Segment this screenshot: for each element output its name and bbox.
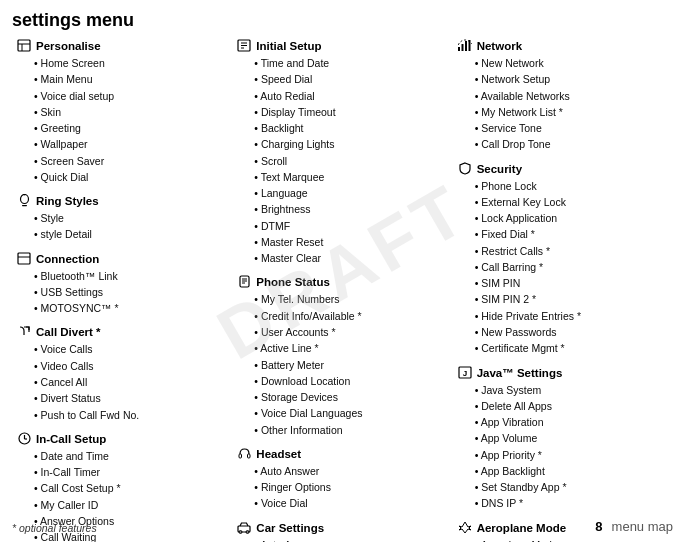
list-item: Delete All Apps — [475, 398, 669, 414]
section-items-aeroplane-mode: Aeroplane ModePrompt at Startup — [457, 537, 669, 542]
list-item: App Volume — [475, 430, 669, 446]
list-item: Style — [34, 210, 228, 226]
section-header-call-divert: Call Divert * — [16, 325, 228, 339]
section-connection: ConnectionBluetooth™ LinkUSB SettingsMOT… — [16, 252, 228, 317]
section-items-call-divert: Voice CallsVideo CallsCancel AllDivert S… — [16, 341, 228, 422]
list-item: Call Drop Tone — [475, 136, 669, 152]
section-items-headset: Auto AnswerRinger OptionsVoice Dial — [236, 463, 448, 512]
section-headset: HeadsetAuto AnswerRinger OptionsVoice Di… — [236, 447, 448, 512]
list-item: App Priority * — [475, 447, 669, 463]
section-header-personalise: Personalise — [16, 39, 228, 53]
section-header-connection: Connection — [16, 252, 228, 266]
section-title-in-call-setup: In-Call Setup — [36, 433, 106, 445]
list-item: Greeting — [34, 120, 228, 136]
section-title-headset: Headset — [256, 448, 301, 460]
list-item: Main Menu — [34, 71, 228, 87]
section-network: NetworkNew NetworkNetwork SetupAvailable… — [457, 39, 669, 153]
section-title-java-settings: Java™ Settings — [477, 367, 563, 379]
list-item: Voice Calls — [34, 341, 228, 357]
list-item: Ringer Options — [254, 479, 448, 495]
footnote: * optional features — [12, 522, 97, 534]
list-item: Fixed Dial * — [475, 226, 669, 242]
section-header-phone-status: Phone Status — [236, 275, 448, 289]
list-item: Java System — [475, 382, 669, 398]
security-icon — [457, 162, 473, 176]
section-items-security: Phone LockExternal Key LockLock Applicat… — [457, 178, 669, 357]
phonestatus-icon — [236, 275, 252, 289]
list-item: My Tel. Numbers — [254, 291, 448, 307]
list-item: Home Screen — [34, 55, 228, 71]
list-item: Lock Application — [475, 210, 669, 226]
page-number: 8 — [595, 519, 602, 534]
page-title: settings menu — [12, 10, 673, 31]
list-item: Wallpaper — [34, 136, 228, 152]
list-item: New Passwords — [475, 324, 669, 340]
list-item: Credit Info/Available * — [254, 308, 448, 324]
section-header-network: Network — [457, 39, 669, 53]
page: DRAFT settings menu PersonaliseHome Scre… — [0, 0, 685, 542]
list-item: Divert Status — [34, 390, 228, 406]
calldivert-icon — [16, 325, 32, 339]
section-header-java-settings: JJava™ Settings — [457, 366, 669, 380]
svg-point-3 — [20, 195, 28, 204]
list-item: Voice dial setup — [34, 88, 228, 104]
list-item: Master Reset — [254, 234, 448, 250]
list-item: Call Barring * — [475, 259, 669, 275]
list-item: SIM PIN — [475, 275, 669, 291]
list-item: Speed Dial — [254, 71, 448, 87]
list-item: Quick Dial — [34, 169, 228, 185]
list-item: Voice Dial Languages — [254, 405, 448, 421]
list-item: Display Timeout — [254, 104, 448, 120]
section-initial-setup: Initial SetupTime and DateSpeed DialAuto… — [236, 39, 448, 266]
list-item: Push to Call Fwd No. — [34, 407, 228, 423]
list-item: My Network List * — [475, 104, 669, 120]
list-item: Date and Time — [34, 448, 228, 464]
list-item: MOTOSYNC™ * — [34, 300, 228, 316]
section-items-network: New NetworkNetwork SetupAvailable Networ… — [457, 55, 669, 153]
section-java-settings: JJava™ SettingsJava SystemDelete All App… — [457, 366, 669, 512]
list-item: Phone Lock — [475, 178, 669, 194]
list-item: Bluetooth™ Link — [34, 268, 228, 284]
list-item: Set Standby App * — [475, 479, 669, 495]
section-title-security: Security — [477, 163, 522, 175]
list-item: Available Networks — [475, 88, 669, 104]
list-item: Certificate Mgmt * — [475, 340, 669, 356]
list-item: Battery Meter — [254, 357, 448, 373]
java-icon: J — [457, 366, 473, 380]
svg-rect-6 — [18, 253, 30, 264]
list-item: In-Call Timer — [34, 464, 228, 480]
svg-rect-4 — [22, 205, 27, 206]
section-title-connection: Connection — [36, 253, 99, 265]
list-item: User Accounts * — [254, 324, 448, 340]
list-item: Scroll — [254, 153, 448, 169]
list-item: Auto Redial — [254, 88, 448, 104]
list-item: Active Line * — [254, 340, 448, 356]
svg-rect-0 — [18, 40, 30, 51]
content-columns: PersonaliseHome ScreenMain MenuVoice dia… — [12, 39, 673, 542]
incall-icon — [16, 432, 32, 446]
list-item: Hide Private Entries * — [475, 308, 669, 324]
list-item: Storage Devices — [254, 389, 448, 405]
ring-icon — [16, 194, 32, 208]
svg-rect-20 — [247, 454, 250, 458]
section-ring-styles: Ring StylesStylestyle Detail — [16, 194, 228, 243]
list-item: App Vibration — [475, 414, 669, 430]
svg-text:J: J — [462, 369, 466, 378]
section-items-personalise: Home ScreenMain MenuVoice dial setupSkin… — [16, 55, 228, 185]
connection-icon — [16, 252, 32, 266]
section-header-headset: Headset — [236, 447, 448, 461]
section-security: SecurityPhone LockExternal Key LockLock … — [457, 162, 669, 357]
section-personalise: PersonaliseHome ScreenMain MenuVoice dia… — [16, 39, 228, 185]
list-item: New Network — [475, 55, 669, 71]
section-header-ring-styles: Ring Styles — [16, 194, 228, 208]
list-item: My Caller ID — [34, 497, 228, 513]
section-items-java-settings: Java SystemDelete All AppsApp VibrationA… — [457, 382, 669, 512]
section-header-in-call-setup: In-Call Setup — [16, 432, 228, 446]
list-item: Brightness — [254, 201, 448, 217]
section-items-initial-setup: Time and DateSpeed DialAuto RedialDispla… — [236, 55, 448, 266]
column-2: Initial SetupTime and DateSpeed DialAuto… — [232, 39, 452, 542]
list-item: External Key Lock — [475, 194, 669, 210]
page-label: menu map — [612, 519, 673, 534]
list-item: DNS IP * — [475, 495, 669, 511]
list-item: Auto Answer — [254, 463, 448, 479]
